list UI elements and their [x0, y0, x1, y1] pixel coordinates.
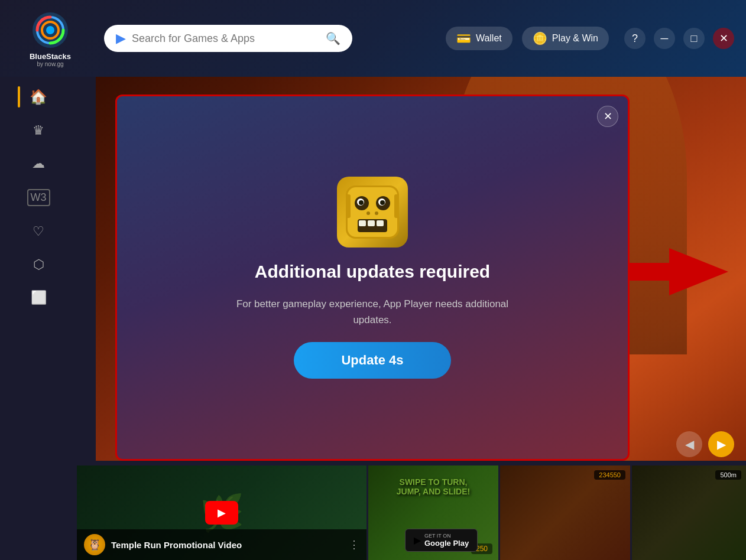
minimize-button[interactable]: ─ [654, 28, 675, 49]
topbar: BlueStacks by now.gg ▶ 🔍 💳 Wallet 🪙 Play… [0, 0, 746, 77]
playnwin-button[interactable]: 🪙 Play & Win [522, 27, 609, 50]
sidebar-item-w3[interactable]: W3 [27, 189, 50, 206]
window-controls: ? ─ □ ✕ [624, 28, 734, 49]
svg-rect-17 [368, 220, 375, 226]
modal-description: For better gameplay experience, App Play… [225, 296, 520, 328]
video-thumbnail: 🌿 ▶ 🦉 Temple Run Promotional Video ⋮ [77, 465, 366, 560]
svg-rect-20 [394, 194, 399, 218]
sidebar: 🏠 ♛ ☁ W3 ♡ ⬡ ⬜ [0, 77, 77, 560]
modal-title: Additional updates required [255, 262, 490, 282]
svg-rect-18 [377, 220, 384, 226]
sidebar-item-capture[interactable]: ⬜ [31, 290, 47, 305]
sidebar-item-mygames[interactable]: ♛ [33, 123, 44, 138]
capture-icon: ⬜ [31, 290, 47, 305]
svg-rect-16 [359, 220, 366, 226]
help-icon: ? [632, 32, 638, 45]
get-it-on-text: GET IT ON [424, 533, 469, 539]
stack-icon: ⬡ [33, 257, 44, 272]
logo-area: BlueStacks by now.gg [12, 9, 89, 67]
search-bar[interactable]: ▶ 🔍 [104, 25, 352, 52]
google-play-icon-badge: ▶ [414, 535, 421, 546]
playnwin-label: Play & Win [552, 33, 598, 44]
help-button[interactable]: ? [624, 28, 646, 49]
app-subtext: by now.gg [37, 61, 63, 67]
video-menu-dots[interactable]: ⋮ [349, 538, 359, 551]
update-modal: ✕ Additional update [115, 95, 630, 461]
svg-rect-19 [346, 194, 351, 218]
wallet-label: Wallet [476, 33, 502, 44]
next-arrow-button[interactable]: ▶ [708, 431, 734, 457]
google-play-text: Google Play [424, 539, 469, 548]
svg-point-3 [46, 26, 54, 34]
wallet-button[interactable]: 💳 Wallet [446, 27, 513, 50]
svg-point-13 [366, 211, 370, 215]
topbar-right: 💳 Wallet 🪙 Play & Win ? ─ □ ✕ [446, 27, 734, 50]
wallet-icon: 💳 [456, 31, 471, 45]
crown-icon: ♛ [33, 123, 44, 138]
sidebar-item-home[interactable]: 🏠 [30, 89, 47, 105]
video-game-icon: 🦉 [84, 534, 105, 555]
screenshot-3: 500m [632, 465, 746, 560]
google-play-icon: ▶ [116, 31, 126, 46]
maximize-icon: □ [691, 32, 698, 45]
cloud-icon: ☁ [32, 156, 45, 171]
modal-close-button[interactable]: ✕ [597, 106, 618, 127]
svg-point-12 [380, 200, 385, 205]
google-play-badge[interactable]: ▶ GET IT ON Google Play [405, 529, 478, 552]
close-button[interactable]: ✕ [713, 28, 734, 49]
home-icon: 🏠 [30, 89, 47, 105]
sidebar-item-favorites[interactable]: ♡ [33, 224, 44, 239]
nav-arrows: ◀ ▶ [676, 431, 734, 457]
maximize-button[interactable]: □ [683, 28, 705, 49]
video-info-bar: 🦉 Temple Run Promotional Video ⋮ [77, 529, 366, 560]
temple-run-icon-svg [343, 183, 402, 242]
svg-point-11 [359, 200, 364, 205]
app-name: BlueStacks [30, 52, 71, 61]
sidebar-item-updates[interactable]: ☁ [32, 156, 45, 171]
prev-arrow-button[interactable]: ◀ [676, 431, 702, 457]
coin-icon: 🪙 [533, 31, 547, 45]
screenshot-2: 234550 [500, 465, 630, 560]
update-button-label: Update 4s [341, 353, 403, 367]
heart-icon: ♡ [33, 224, 44, 239]
modal-close-icon: ✕ [604, 110, 612, 123]
svg-point-14 [375, 211, 378, 215]
video-title: Temple Run Promotional Video [111, 540, 242, 550]
video-thumb-inner: 🌿 ▶ 🦉 Temple Run Promotional Video ⋮ [77, 465, 366, 560]
w3-icon: W3 [27, 189, 50, 206]
sidebar-item-library[interactable]: ⬡ [33, 257, 44, 272]
modal-game-icon [337, 177, 408, 248]
chevron-left-icon: ◀ [685, 437, 694, 451]
search-input[interactable] [132, 32, 320, 45]
close-icon: ✕ [719, 32, 728, 45]
chevron-right-icon: ▶ [717, 437, 726, 451]
bluestacks-logo [30, 9, 71, 51]
update-button[interactable]: Update 4s [294, 342, 450, 379]
minimize-icon: ─ [661, 32, 669, 45]
search-icon[interactable]: 🔍 [326, 31, 340, 45]
